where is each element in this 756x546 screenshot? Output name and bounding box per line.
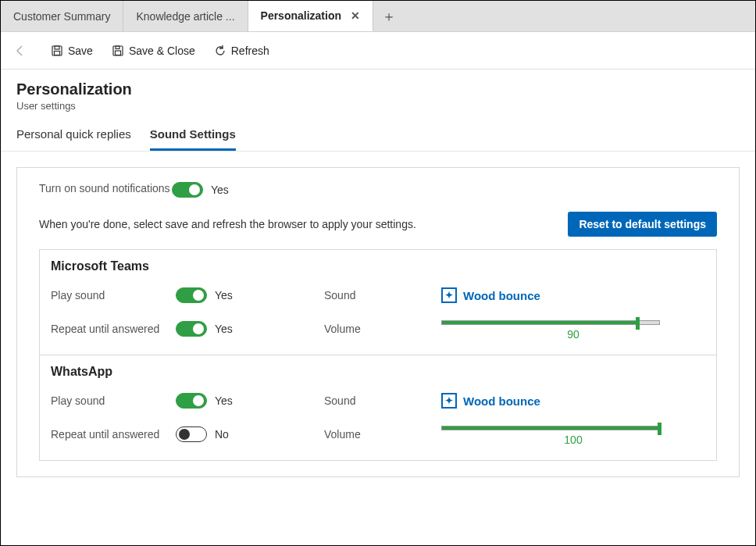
channel-title: Microsoft Teams xyxy=(51,259,705,273)
slider-value: 100 xyxy=(564,434,582,446)
channel-title: WhatsApp xyxy=(51,365,705,379)
subtab-label: Personal quick replies xyxy=(16,127,131,141)
refresh-label: Refresh xyxy=(231,45,269,57)
tab-label: Customer Summary xyxy=(13,10,110,23)
whatsapp-sound-picker[interactable]: ✦ Wood bounce xyxy=(441,393,705,409)
play-sound-label: Play sound xyxy=(51,289,168,302)
svg-rect-2 xyxy=(55,51,60,55)
content-area: Turn on sound notifications Yes When you… xyxy=(1,152,755,493)
new-tab-button[interactable]: ＋ xyxy=(373,1,405,31)
svg-rect-4 xyxy=(116,46,119,49)
plus-icon: ＋ xyxy=(382,7,396,26)
volume-label: Volume xyxy=(324,323,433,335)
sound-name: Wood bounce xyxy=(463,394,540,408)
close-icon[interactable]: ✕ xyxy=(341,9,360,22)
tab-label: Knowledge article ... xyxy=(136,10,234,23)
save-icon xyxy=(51,45,63,57)
teams-repeat-row: Repeat until answered Yes Volume 90 xyxy=(51,320,705,337)
whatsapp-repeat-row: Repeat until answered No Volume 100 xyxy=(51,426,705,443)
whatsapp-volume-slider[interactable]: 100 xyxy=(441,426,705,443)
page-subtitle: User settings xyxy=(16,100,740,112)
svg-rect-5 xyxy=(115,51,120,55)
tab-personalization[interactable]: Personalization ✕ xyxy=(248,1,373,31)
teams-sound-picker[interactable]: ✦ Wood bounce xyxy=(441,287,705,303)
teams-volume-slider[interactable]: 90 xyxy=(441,320,705,337)
page-header: Personalization User settings xyxy=(1,70,755,112)
teams-repeat-toggle[interactable] xyxy=(176,321,207,337)
volume-label: Volume xyxy=(324,428,433,441)
tab-customer-summary[interactable]: Customer Summary xyxy=(1,1,123,31)
save-button[interactable]: Save xyxy=(43,40,101,62)
teams-play-sound-toggle[interactable] xyxy=(176,287,207,303)
repeat-label: Repeat until answered xyxy=(51,428,168,441)
save-close-label: Save & Close xyxy=(129,45,195,57)
tab-bar: Customer Summary Knowledge article ... P… xyxy=(1,1,755,32)
turn-on-label: Turn on sound notifications xyxy=(39,182,172,194)
subtab-sound-settings[interactable]: Sound Settings xyxy=(150,123,236,151)
sound-preset-icon: ✦ xyxy=(441,393,457,409)
save-and-close-button[interactable]: Save & Close xyxy=(104,40,203,62)
sound-label: Sound xyxy=(324,289,433,302)
toggle-value: Yes xyxy=(215,394,233,407)
sound-preset-icon: ✦ xyxy=(441,287,457,303)
channel-section-whatsapp: WhatsApp Play sound Yes Sound ✦ Wood bou… xyxy=(40,355,716,461)
command-bar: Save Save & Close Refresh xyxy=(1,32,755,70)
teams-play-sound-row: Play sound Yes Sound ✦ Wood bounce xyxy=(51,287,705,303)
whatsapp-play-sound-toggle[interactable] xyxy=(176,393,207,409)
page-title: Personalization xyxy=(16,80,740,98)
subtab-label: Sound Settings xyxy=(150,127,236,141)
toggle-value: Yes xyxy=(215,323,233,335)
arrow-left-icon xyxy=(14,45,27,57)
sound-label: Sound xyxy=(324,394,433,407)
slider-value: 90 xyxy=(567,328,579,341)
channel-section-teams: Microsoft Teams Play sound Yes Sound ✦ W… xyxy=(40,250,716,355)
repeat-label: Repeat until answered xyxy=(51,323,168,335)
turn-on-toggle[interactable] xyxy=(172,182,203,198)
whatsapp-repeat-toggle[interactable] xyxy=(176,426,207,442)
channel-list: Microsoft Teams Play sound Yes Sound ✦ W… xyxy=(39,249,717,461)
refresh-button[interactable]: Refresh xyxy=(206,40,277,62)
save-close-icon xyxy=(112,45,124,57)
sound-settings-panel: Turn on sound notifications Yes When you… xyxy=(16,167,740,477)
toggle-value: Yes xyxy=(215,289,233,302)
save-label: Save xyxy=(68,45,93,57)
help-row: When you're done, select save and refres… xyxy=(39,212,717,237)
toggle-value: No xyxy=(215,428,229,441)
subtab-quick-replies[interactable]: Personal quick replies xyxy=(16,123,131,151)
svg-rect-1 xyxy=(55,46,59,49)
tab-knowledge-article[interactable]: Knowledge article ... xyxy=(123,1,248,31)
whatsapp-play-sound-row: Play sound Yes Sound ✦ Wood bounce xyxy=(51,393,705,409)
reset-label: Reset to default settings xyxy=(579,218,706,230)
subtab-bar: Personal quick replies Sound Settings xyxy=(1,112,755,152)
back-button[interactable] xyxy=(9,39,32,62)
tab-label: Personalization xyxy=(261,9,341,22)
help-text: When you're done, select save and refres… xyxy=(39,218,416,230)
sound-name: Wood bounce xyxy=(463,289,540,302)
refresh-icon xyxy=(214,45,226,57)
turn-on-value: Yes xyxy=(211,184,229,196)
play-sound-label: Play sound xyxy=(51,394,168,407)
turn-on-row: Turn on sound notifications Yes xyxy=(39,177,717,212)
reset-button[interactable]: Reset to default settings xyxy=(568,212,717,237)
